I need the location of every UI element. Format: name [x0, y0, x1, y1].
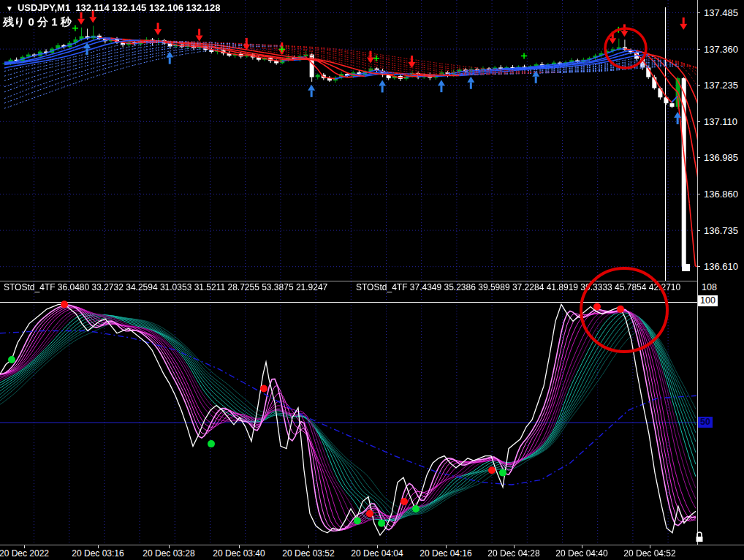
scale-lock-icon[interactable] — [694, 531, 705, 543]
price-tick-label: 136.735 — [704, 225, 738, 236]
time-tick-label: 20 Dec 04:04 — [351, 548, 403, 559]
time-tick-label: 20 Dec 04:28 — [487, 548, 539, 559]
time-scale-tick — [446, 545, 447, 548]
price-scale-tick — [697, 49, 700, 50]
time-scale-tick — [169, 545, 170, 548]
indicator-level-100-marker: 100 — [698, 295, 718, 306]
symbol-label: USDJPY,M1 — [18, 2, 70, 13]
time-tick-label: 20 Dec 03:52 — [282, 548, 334, 559]
time-scale-tick — [308, 545, 309, 548]
time-scale-tick — [650, 545, 650, 548]
time-scale-tick — [24, 545, 25, 548]
price-scale[interactable]: 137.485 137.360 137.235 137.110 136.985 … — [697, 0, 744, 545]
price-scale-tick — [697, 12, 700, 13]
time-tick-label: 20 Dec 04:52 — [623, 548, 675, 559]
main-chart-canvas[interactable] — [0, 0, 697, 281]
time-tick-label: 20 Dec 03:16 — [72, 548, 124, 559]
price-scale-tick — [697, 121, 700, 122]
indicator-level-50-marker: 50 — [698, 417, 713, 428]
price-tick-label: 137.360 — [704, 44, 738, 55]
time-tick-label: 20 Dec 04:40 — [555, 548, 607, 559]
price-scale-tick — [697, 230, 700, 231]
time-tick-label: 20 Dec 03:28 — [143, 548, 194, 559]
time-scale-tick — [377, 545, 378, 548]
time-scale-tick — [239, 545, 240, 548]
time-tick-label: 20 Dec 03:40 — [213, 548, 265, 559]
price-tick-label: 136.610 — [704, 261, 738, 272]
price-scale-tick — [697, 266, 700, 267]
price-scale-tick — [697, 85, 700, 86]
price-scale-tick — [697, 194, 700, 194]
indicator-scale-max-label: 108 — [702, 282, 717, 292]
symbol-ohlc-line: ▼USDJPY,M1 132.114 132.145 132.106 132.1… — [6, 2, 220, 13]
time-scale-tick — [582, 545, 582, 548]
price-tick-label: 137.110 — [704, 116, 737, 127]
mt4-chart-window: ▼USDJPY,M1 132.114 132.145 132.106 132.1… — [0, 0, 744, 560]
price-tick-label: 136.860 — [704, 189, 738, 200]
candle-countdown-timer: 残り 0 分 1 秒 — [3, 15, 72, 29]
panel-splitter[interactable] — [0, 281, 744, 281]
time-scale-tick — [514, 545, 515, 548]
indicator-values-label-1: STOStd_4TF 36.0480 33.2732 34.2594 31.03… — [4, 282, 327, 292]
chart-menu-triangle-icon[interactable]: ▼ — [6, 4, 13, 12]
indicator-values-label-2: STOStd_4TF 37.4349 35.2386 39.5989 37.22… — [356, 282, 680, 292]
time-scale[interactable]: 20 Dec 2022 20 Dec 03:16 20 Dec 03:28 20… — [0, 545, 744, 560]
price-tick-label: 137.235 — [704, 80, 738, 91]
ohlc-values: 132.114 132.145 132.106 132.128 — [75, 2, 220, 13]
price-scale-tick — [697, 157, 700, 158]
time-tick-label: 20 Dec 2022 — [0, 548, 49, 559]
price-tick-label: 136.985 — [704, 152, 738, 163]
time-tick-label: 20 Dec 04:16 — [420, 548, 471, 559]
indicator-panel-canvas[interactable] — [0, 281, 697, 545]
price-tick-label: 137.485 — [704, 7, 738, 18]
time-scale-tick — [98, 545, 99, 548]
